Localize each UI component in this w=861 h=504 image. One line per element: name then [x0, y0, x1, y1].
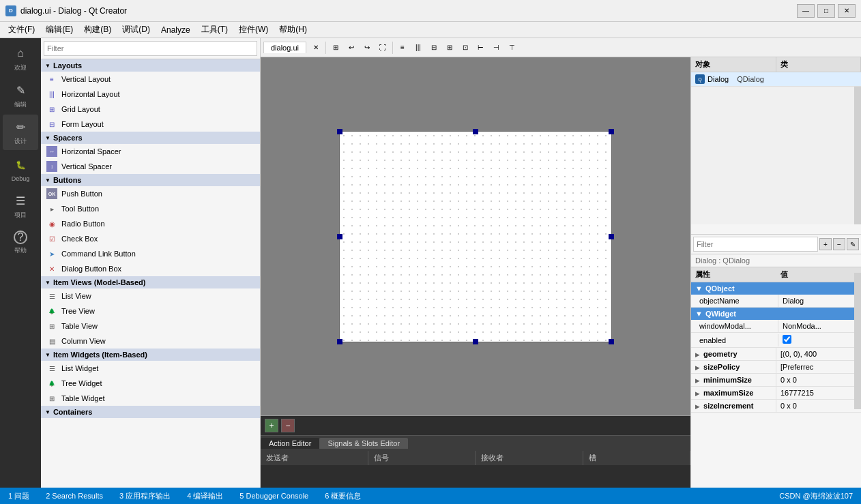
minimize-button[interactable]: — — [797, 4, 815, 18]
prop-section-qobject[interactable]: ▼ QObject — [691, 282, 861, 295]
enabled-checkbox[interactable] — [783, 335, 791, 344]
menu-help[interactable]: 帮助(H) — [274, 23, 312, 37]
category-layouts[interactable]: ▼ Layouts — [41, 59, 260, 72]
prop-value-enabled[interactable] — [778, 333, 861, 347]
close-tab-btn[interactable]: ✕ — [308, 40, 323, 55]
prop-value-objectname[interactable]: Dialog — [778, 295, 861, 307]
status-compile[interactable]: 4 编译输出 — [184, 491, 226, 501]
widget-tree-widget[interactable]: 🌲 Tree Widget — [41, 376, 260, 391]
status-app-output[interactable]: 3 应用程序输出 — [117, 491, 173, 501]
widget-grid-layout[interactable]: ⊞ Grid Layout — [41, 102, 260, 117]
widget-search-input[interactable] — [44, 41, 257, 56]
prop-row-minimumsize[interactable]: ▶ minimumSize 0 x 0 — [691, 374, 861, 387]
widget-horizontal-spacer[interactable]: ↔ Horizontal Spacer — [41, 144, 260, 159]
resize-handle-br[interactable] — [609, 339, 614, 344]
toolbar-btn-4[interactable]: ⛶ — [375, 40, 390, 55]
status-search[interactable]: 2 Search Results — [43, 492, 106, 500]
resize-handle-tr[interactable] — [609, 129, 614, 134]
prop-value-windowmodal[interactable]: NonModa... — [778, 320, 861, 332]
app-body: ⌂ 欢迎 ✎ 编辑 ✏ 设计 🐛 Debug ☰ 项目 ? 帮助 — [0, 38, 861, 504]
widget-form-layout[interactable]: ⊟ Form Layout — [41, 117, 260, 132]
sidebar-item-design[interactable]: ✏ 设计 — [3, 115, 38, 150]
toolbar-btn-7[interactable]: ⊟ — [426, 40, 441, 55]
resize-handle-bc[interactable] — [473, 339, 478, 344]
remove-action-btn[interactable]: − — [281, 419, 295, 432]
sidebar-item-debug[interactable]: 🐛 Debug — [3, 151, 38, 187]
qwidget-label: QWidget — [705, 310, 736, 318]
main-content: + − Action Editor Signals & Slots Editor… — [261, 57, 861, 504]
object-row[interactable]: Q Dialog QDialog — [691, 72, 861, 86]
menu-analyze[interactable]: Analyze — [156, 24, 196, 36]
toolbar-btn-3[interactable]: ↪ — [360, 40, 375, 55]
buttons-arrow: ▼ — [45, 177, 50, 183]
add-action-btn[interactable]: + — [265, 419, 278, 432]
close-button[interactable]: ✕ — [838, 4, 856, 18]
toolbar-btn-1[interactable]: ⊞ — [328, 40, 343, 55]
toolbar-btn-5[interactable]: ≡ — [395, 40, 410, 55]
menu-debug[interactable]: 调试(D) — [117, 23, 156, 37]
menu-widgets[interactable]: 控件(W) — [233, 23, 274, 37]
menu-edit[interactable]: 编辑(E) — [40, 23, 78, 37]
prop-remove-btn[interactable]: − — [833, 238, 845, 250]
prop-scrollbar[interactable] — [854, 273, 861, 409]
resize-handle-ml[interactable] — [337, 234, 342, 239]
widget-tool-button[interactable]: ▸ Tool Button — [41, 201, 260, 216]
toolbar-btn-10[interactable]: ⊢ — [473, 40, 488, 55]
category-item-widgets[interactable]: ▼ Item Widgets (Item-Based) — [41, 349, 260, 361]
widget-horizontal-layout[interactable]: ||| Horizontal Layout — [41, 87, 260, 102]
menu-tools[interactable]: 工具(T) — [196, 23, 233, 37]
widget-column-view[interactable]: ▤ Column View — [41, 333, 260, 349]
menu-build[interactable]: 构建(B) — [78, 23, 117, 37]
prop-row-maximumsize[interactable]: ▶ maximumSize 16777215 — [691, 387, 861, 400]
widget-check-box[interactable]: ☑ Check Box — [41, 231, 260, 246]
sidebar-item-welcome[interactable]: ⌂ 欢迎 — [3, 41, 38, 76]
widget-table-view[interactable]: ⊞ Table View — [41, 318, 260, 333]
category-spacers[interactable]: ▼ Spacers — [41, 132, 260, 144]
resize-handle-tc[interactable] — [473, 129, 478, 134]
prop-row-geometry[interactable]: ▶ geometry [(0, 0), 400 — [691, 348, 861, 361]
widget-radio-button[interactable]: ◉ Radio Button — [41, 216, 260, 231]
status-debugger[interactable]: 5 Debugger Console — [237, 492, 311, 500]
prop-filter-input[interactable] — [693, 237, 818, 252]
status-summary[interactable]: 6 概要信息 — [322, 491, 364, 501]
sidebar-item-help[interactable]: ? 帮助 — [3, 225, 38, 261]
signals-slots-tab[interactable]: Signals & Slots Editor — [319, 438, 408, 449]
widget-list-widget[interactable]: ☰ List Widget — [41, 361, 260, 376]
resize-handle-bl[interactable] — [337, 339, 342, 344]
widget-list-view[interactable]: ☰ List View — [41, 288, 260, 303]
prop-row-sizeincrement[interactable]: ▶ sizeIncrement 0 x 0 — [691, 400, 861, 413]
sidebar-item-edit[interactable]: ✎ 编辑 — [3, 78, 38, 113]
toolbar-btn-8[interactable]: ⊞ — [442, 40, 457, 55]
prop-row-sizepolicy[interactable]: ▶ sizePolicy [Preferrec — [691, 361, 861, 374]
widget-table-widget[interactable]: ⊞ Table Widget — [41, 391, 260, 406]
horizontal-spacer-icon: ↔ — [46, 146, 57, 157]
widget-dialog-button-box[interactable]: ✕ Dialog Button Box — [41, 261, 260, 276]
category-buttons[interactable]: ▼ Buttons — [41, 174, 260, 186]
object-scrollbar[interactable] — [854, 87, 861, 224]
toolbar-btn-6[interactable]: ||| — [411, 40, 426, 55]
file-tab[interactable]: dialog.ui — [263, 42, 306, 53]
widget-vertical-layout[interactable]: ≡ Vertical Layout — [41, 72, 260, 87]
resize-handle-tl[interactable] — [337, 129, 342, 134]
widget-tree-view[interactable]: 🌲 Tree View — [41, 303, 260, 318]
prop-edit-btn[interactable]: ✎ — [847, 238, 859, 250]
action-editor-tab[interactable]: Action Editor — [261, 438, 319, 449]
canvas-dialog[interactable] — [339, 131, 612, 342]
category-item-views[interactable]: ▼ Item Views (Model-Based) — [41, 276, 260, 288]
toolbar-btn-11[interactable]: ⊣ — [489, 40, 504, 55]
menu-file[interactable]: 文件(F) — [3, 23, 40, 37]
prop-add-btn[interactable]: + — [819, 238, 832, 250]
design-canvas[interactable] — [261, 57, 690, 415]
resize-handle-mr[interactable] — [609, 234, 614, 239]
maximize-button[interactable]: □ — [817, 4, 835, 18]
toolbar-btn-12[interactable]: ⊤ — [505, 40, 520, 55]
toolbar-btn-2[interactable]: ↩ — [344, 40, 359, 55]
widget-vertical-spacer[interactable]: ↕ Vertical Spacer — [41, 159, 260, 174]
prop-section-qwidget[interactable]: ▼ QWidget — [691, 308, 861, 320]
status-problems[interactable]: 1 问题 — [5, 491, 32, 501]
sidebar-item-projects[interactable]: ☰ 项目 — [3, 188, 38, 224]
toolbar-btn-9[interactable]: ⊡ — [458, 40, 473, 55]
category-containers[interactable]: ▼ Containers — [41, 406, 260, 418]
widget-command-link[interactable]: ➤ Command Link Button — [41, 246, 260, 261]
widget-push-button[interactable]: OK Push Button — [41, 186, 260, 201]
